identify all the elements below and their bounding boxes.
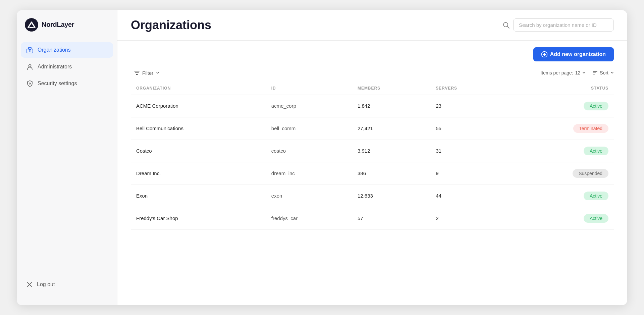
filter-icon (134, 70, 140, 75)
svg-rect-2 (29, 47, 31, 49)
search-input[interactable] (513, 18, 614, 32)
org-members-cell: 27,421 (352, 117, 430, 140)
table-row[interactable]: Bell Communications bell_comm 27,421 55 … (131, 117, 614, 140)
org-members-cell: 386 (352, 162, 430, 185)
org-status-cell: Active (505, 95, 614, 117)
items-per-page-value: 12 (575, 70, 581, 75)
table-row[interactable]: Costco costco 3,912 31 Active (131, 140, 614, 162)
administrators-icon (26, 63, 34, 70)
org-status-cell: Terminated (505, 117, 614, 140)
org-members-cell: 1,842 (352, 95, 430, 117)
status-badge: Active (584, 214, 608, 223)
org-id-cell: dream_inc (266, 162, 352, 185)
org-id-cell: freddys_car (266, 207, 352, 229)
org-name-cell: Bell Communications (131, 117, 266, 140)
sidebar-item-security-settings[interactable]: Security settings (21, 76, 113, 91)
sidebar-item-security-settings-label: Security settings (38, 81, 77, 87)
sidebar: NordLayer Organizations (17, 10, 117, 305)
svg-point-0 (25, 18, 38, 32)
sidebar-item-administrators-label: Administrators (38, 64, 72, 70)
filter-right: Items per page: 12 Sort (540, 70, 614, 75)
org-id-cell: costco (266, 140, 352, 162)
col-status: STATUS (505, 82, 614, 95)
org-members-cell: 12,633 (352, 185, 430, 207)
sidebar-item-administrators[interactable]: Administrators (21, 59, 113, 74)
org-servers-cell: 55 (430, 117, 505, 140)
table-body: ACME Corporation acme_corp 1,842 23 Acti… (131, 95, 614, 229)
org-members-cell: 3,912 (352, 140, 430, 162)
org-name-cell: ACME Corporation (131, 95, 266, 117)
logout-label: Log out (37, 281, 55, 287)
org-servers-cell: 44 (430, 185, 505, 207)
status-badge: Active (584, 192, 608, 200)
sidebar-item-organizations-label: Organizations (38, 47, 71, 53)
page-title: Organizations (131, 18, 496, 32)
org-servers-cell: 31 (430, 140, 505, 162)
table-header: ORGANIZATION ID MEMBERS SERVERS STATUS (131, 82, 614, 95)
org-servers-cell: 9 (430, 162, 505, 185)
filter-button[interactable]: Filter (131, 68, 163, 78)
org-status-cell: Active (505, 207, 614, 229)
org-name-cell: Exon (131, 185, 266, 207)
org-status-cell: Active (505, 185, 614, 207)
org-name-cell: Freddy's Car Shop (131, 207, 266, 229)
sort-chevron-icon (610, 71, 614, 74)
status-badge: Terminated (573, 124, 608, 133)
status-badge: Active (584, 147, 608, 155)
filter-label: Filter (142, 70, 153, 76)
sidebar-bottom: Log out (17, 277, 117, 297)
organizations-table: ORGANIZATION ID MEMBERS SERVERS STATUS A… (131, 82, 614, 230)
svg-line-9 (507, 26, 509, 28)
table-row[interactable]: Exon exon 12,633 44 Active (131, 185, 614, 207)
col-servers: SERVERS (430, 82, 505, 95)
page-header: Organizations (117, 10, 627, 41)
org-members-cell: 57 (352, 207, 430, 229)
nordlayer-logo-icon (25, 18, 38, 32)
organizations-table-container: ORGANIZATION ID MEMBERS SERVERS STATUS A… (117, 82, 627, 305)
app-name: NordLayer (42, 21, 74, 29)
add-organization-label: Add new organization (550, 51, 606, 57)
org-servers-cell: 23 (430, 95, 505, 117)
col-organization: ORGANIZATION (131, 82, 266, 95)
sidebar-item-organizations[interactable]: Organizations (21, 42, 113, 58)
sidebar-logo: NordLayer (17, 18, 117, 42)
add-organization-button[interactable]: Add new organization (533, 47, 614, 61)
main-content: Organizations Add new organiz (117, 10, 627, 305)
org-status-cell: Suspended (505, 162, 614, 185)
app-container: NordLayer Organizations (17, 10, 627, 305)
toolbar: Add new organization (117, 41, 627, 65)
organizations-icon (26, 46, 34, 54)
org-id-cell: bell_comm (266, 117, 352, 140)
items-per-page-chevron-icon (582, 71, 586, 74)
items-per-page-label: Items per page: (540, 70, 573, 75)
status-badge: Active (584, 102, 608, 110)
org-name-cell: Costco (131, 140, 266, 162)
sort-label: Sort (600, 70, 608, 75)
logout-icon (26, 281, 33, 288)
org-status-cell: Active (505, 140, 614, 162)
svg-point-4 (29, 64, 31, 67)
filter-chevron-icon (156, 71, 159, 74)
search-icon (502, 21, 510, 29)
sort-button[interactable]: Sort (592, 70, 614, 75)
status-badge: Suspended (573, 169, 608, 178)
security-settings-icon (26, 80, 34, 87)
filter-bar: Filter Items per page: 12 (117, 65, 627, 82)
org-name-cell: Dream Inc. (131, 162, 266, 185)
table-row[interactable]: ACME Corporation acme_corp 1,842 23 Acti… (131, 95, 614, 117)
col-id: ID (266, 82, 352, 95)
svg-point-3 (29, 50, 31, 52)
nav-items: Organizations Administrators (17, 42, 117, 277)
svg-point-5 (29, 83, 31, 84)
org-id-cell: acme_corp (266, 95, 352, 117)
col-members: MEMBERS (352, 82, 430, 95)
org-id-cell: exon (266, 185, 352, 207)
items-per-page-selector[interactable]: Items per page: 12 (540, 70, 586, 75)
org-servers-cell: 2 (430, 207, 505, 229)
add-icon (541, 51, 547, 57)
table-row[interactable]: Freddy's Car Shop freddys_car 57 2 Activ… (131, 207, 614, 229)
logout-button[interactable]: Log out (21, 277, 113, 292)
search-wrapper (502, 18, 614, 32)
sort-icon (592, 70, 598, 75)
table-row[interactable]: Dream Inc. dream_inc 386 9 Suspended (131, 162, 614, 185)
